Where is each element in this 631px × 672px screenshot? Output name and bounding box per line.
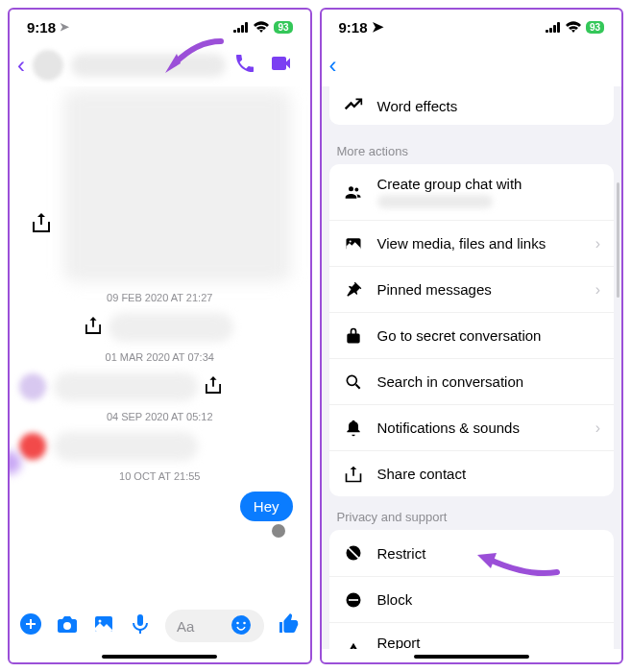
pin-icon [343, 280, 364, 300]
video-call-button[interactable] [270, 52, 293, 79]
location-icon: ➤ [60, 20, 69, 34]
svg-point-11 [243, 621, 246, 624]
battery-icon: 93 [274, 21, 292, 34]
timestamp: 04 SEP 2020 AT 05:12 [19, 411, 301, 422]
audio-call-button[interactable] [233, 52, 256, 79]
contact-avatar[interactable] [33, 50, 63, 81]
like-button[interactable] [278, 612, 301, 639]
input-placeholder: Aa [177, 618, 194, 635]
share-icon[interactable] [85, 317, 101, 338]
settings-list[interactable]: Word effects More actions Create group c… [322, 86, 622, 649]
chevron-right-icon: › [595, 235, 600, 252]
status-bar: 9:18 ➤ 93 [322, 10, 622, 44]
svg-point-19 [349, 240, 351, 242]
seen-indicator [272, 524, 285, 538]
phone-chat-screen: 9:18 ➤ 93 ‹ [8, 8, 312, 664]
wifi-icon [254, 19, 269, 36]
sender-avatar [19, 373, 46, 400]
group-icon [343, 182, 364, 202]
timestamp: 01 MAR 2020 AT 07:34 [19, 351, 301, 363]
sender-avatar [19, 433, 46, 460]
chat-header: ‹ [10, 44, 310, 86]
svg-point-9 [231, 615, 251, 635]
chevron-right-icon: › [595, 281, 600, 299]
warning-icon [343, 641, 364, 650]
svg-rect-6 [30, 619, 32, 629]
row-search[interactable]: Search in conversation [329, 358, 615, 404]
media-icon [343, 234, 364, 253]
row-pinned[interactable]: Pinned messages › [329, 266, 615, 312]
message-input[interactable]: Aa [165, 610, 264, 642]
svg-rect-0 [233, 30, 236, 33]
chat-body[interactable]: 09 FEB 2020 AT 21:27 01 MAR 2020 AT 07:3… [10, 86, 310, 603]
add-button[interactable] [19, 612, 42, 639]
message-blurred [54, 372, 198, 401]
phone-settings-screen: 9:18 ➤ 93 ‹ Word effects More actions Cr… [320, 8, 624, 664]
restrict-icon [343, 543, 364, 563]
message-blurred [63, 90, 291, 282]
wifi-icon [566, 19, 581, 36]
block-icon [343, 590, 364, 610]
svg-rect-12 [546, 30, 548, 33]
row-create-group[interactable]: Create group chat with [329, 164, 615, 220]
svg-rect-23 [349, 599, 358, 601]
share-icon[interactable] [206, 376, 221, 397]
svg-rect-13 [549, 28, 552, 33]
signal-icon [546, 19, 561, 36]
share-icon [343, 465, 364, 484]
svg-rect-14 [553, 25, 556, 33]
settings-header: ‹ [322, 44, 622, 86]
section-privacy: Privacy and support [322, 496, 622, 530]
row-notifications[interactable]: Notifications & sounds › [329, 404, 615, 450]
input-bar: Aa [10, 603, 310, 649]
back-button[interactable]: ‹ [17, 52, 25, 79]
location-icon: ➤ [372, 18, 384, 36]
signal-icon [233, 19, 249, 36]
contact-name[interactable] [71, 54, 226, 77]
lock-icon [343, 326, 364, 346]
row-block[interactable]: Block [329, 576, 615, 622]
search-icon [343, 372, 364, 392]
message-blurred [54, 432, 198, 461]
svg-rect-15 [557, 22, 560, 33]
home-indicator[interactable] [102, 655, 217, 659]
contact-name-blurred [377, 195, 493, 208]
svg-point-10 [236, 621, 239, 624]
timestamp: 09 FEB 2020 AT 21:27 [19, 292, 301, 303]
timestamp: 10 OCT AT 21:55 [19, 470, 301, 482]
emoji-icon[interactable] [230, 613, 253, 639]
gallery-icon[interactable] [92, 612, 115, 639]
row-secret[interactable]: Go to secret conversation [329, 312, 615, 358]
svg-point-17 [354, 188, 358, 192]
svg-rect-2 [241, 25, 244, 33]
chevron-right-icon: › [595, 420, 600, 437]
status-bar: 9:18 ➤ 93 [10, 10, 310, 44]
message-blurred [109, 313, 233, 342]
scroll-indicator[interactable] [617, 182, 619, 298]
row-view-media[interactable]: View media, files and links › [329, 220, 615, 266]
row-report[interactable]: Report Give feedback and report conversa… [329, 622, 615, 649]
row-word-effects[interactable]: Word effects [329, 86, 615, 125]
row-share-contact[interactable]: Share contact [329, 450, 615, 496]
svg-point-8 [99, 620, 102, 623]
svg-point-16 [349, 186, 353, 191]
clock: 9:18 [27, 19, 56, 36]
mic-icon[interactable] [129, 612, 152, 639]
svg-rect-1 [237, 28, 240, 33]
home-indicator[interactable] [414, 655, 529, 659]
camera-icon[interactable] [56, 612, 79, 639]
row-restrict[interactable]: Restrict [329, 530, 615, 576]
svg-point-20 [347, 375, 356, 385]
back-button[interactable]: ‹ [329, 52, 337, 79]
word-effects-icon [343, 96, 364, 115]
sent-message[interactable]: Hey [240, 492, 293, 521]
clock: 9:18 [339, 19, 368, 36]
battery-icon: 93 [586, 21, 604, 34]
bell-icon [343, 419, 364, 438]
share-icon[interactable] [33, 213, 50, 236]
svg-rect-3 [245, 22, 248, 33]
section-more-actions: More actions [322, 131, 622, 164]
